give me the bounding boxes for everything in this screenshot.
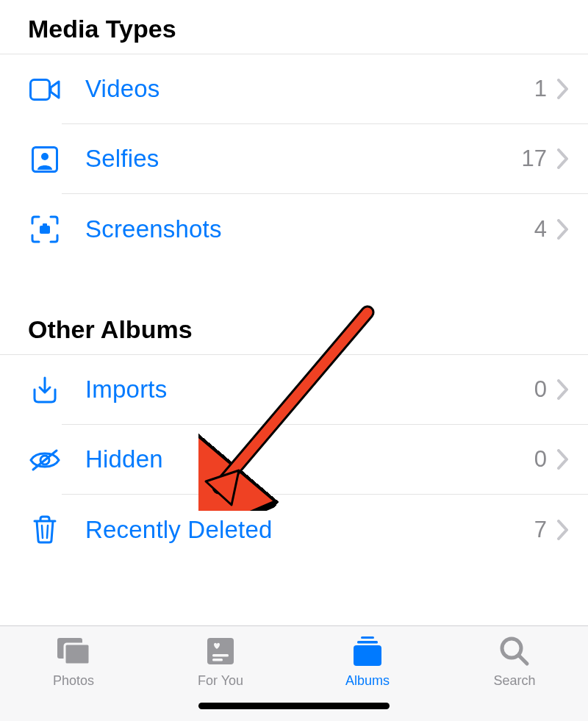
trash-icon [28, 513, 62, 547]
row-label: Videos [85, 75, 534, 103]
home-indicator [198, 703, 390, 709]
tab-label: For You [198, 673, 243, 689]
svg-rect-18 [354, 645, 381, 666]
row-label: Selfies [85, 145, 522, 173]
svg-rect-15 [212, 659, 223, 661]
svg-line-7 [42, 525, 43, 538]
chevron-right-icon [557, 379, 569, 400]
tab-label: Search [493, 673, 535, 689]
svg-line-20 [519, 656, 527, 664]
section-header-media-types: Media Types [0, 0, 588, 54]
tab-photos[interactable]: Photos [0, 626, 147, 721]
photos-tab-icon [55, 634, 92, 668]
row-screenshots[interactable]: Screenshots 4 [0, 194, 588, 264]
row-count: 7 [534, 517, 547, 543]
chevron-right-icon [557, 449, 569, 470]
search-tab-icon [496, 634, 533, 668]
tab-label: Photos [53, 673, 94, 689]
selfies-icon [28, 143, 62, 176]
row-label: Imports [85, 376, 534, 403]
videos-icon [28, 73, 62, 107]
row-recently-deleted[interactable]: Recently Deleted 7 [0, 495, 588, 564]
row-count: 0 [534, 376, 547, 403]
row-videos[interactable]: Videos 1 [0, 54, 588, 124]
for-you-tab-icon [202, 634, 239, 668]
svg-rect-17 [357, 641, 378, 644]
row-label: Screenshots [85, 215, 534, 243]
svg-rect-16 [361, 636, 374, 639]
row-count: 1 [534, 76, 547, 102]
chevron-right-icon [557, 520, 569, 540]
section-header-other-albums: Other Albums [0, 264, 588, 354]
row-imports[interactable]: Imports 0 [0, 355, 588, 425]
imports-icon [28, 373, 62, 407]
hidden-icon [28, 443, 62, 477]
tab-bar: Photos For You Albums [0, 625, 588, 721]
chevron-right-icon [557, 148, 569, 169]
screenshots-icon [28, 212, 62, 246]
row-count: 0 [534, 446, 547, 473]
row-label: Recently Deleted [85, 516, 534, 544]
svg-rect-4 [43, 223, 47, 226]
tab-label: Albums [345, 673, 390, 689]
albums-tab-icon [349, 634, 386, 668]
svg-rect-0 [31, 79, 50, 99]
chevron-right-icon [557, 79, 569, 99]
row-count: 17 [522, 146, 547, 172]
svg-line-8 [47, 525, 48, 538]
svg-rect-14 [212, 654, 229, 657]
svg-rect-12 [65, 644, 90, 664]
row-label: Hidden [85, 445, 534, 473]
chevron-right-icon [557, 219, 569, 240]
row-hidden[interactable]: Hidden 0 [0, 425, 588, 495]
tab-search[interactable]: Search [441, 626, 588, 721]
svg-rect-3 [40, 226, 50, 234]
row-selfies[interactable]: Selfies 17 [0, 124, 588, 194]
row-count: 4 [534, 216, 547, 243]
svg-point-2 [41, 153, 49, 160]
